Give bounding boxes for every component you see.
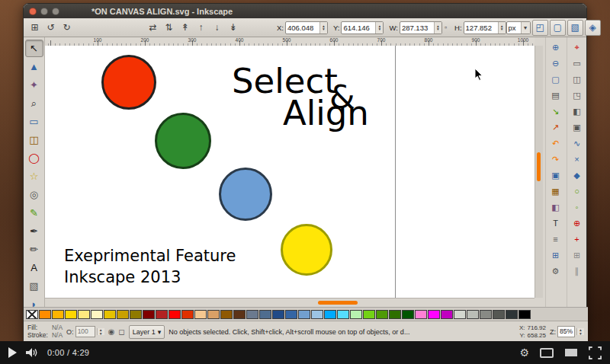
horizontal-scrollbar-thumb[interactable] [318,301,358,305]
h-field-down-icon[interactable]: ▾ [499,27,506,31]
color-swatch[interactable] [207,310,220,319]
h-field-spinner[interactable]: ▴▾ [498,22,506,34]
lock-ratio-icon[interactable]: ▫ [445,24,447,31]
x-field-down-icon[interactable]: ▾ [320,27,327,31]
star-tool[interactable]: ☆ [25,168,43,185]
print-icon[interactable]: ▤ [548,88,563,103]
spiral-tool[interactable]: ◎ [25,186,43,203]
snap-toggle-icon[interactable]: ⌖ [570,40,585,55]
zoom-spinner[interactable]: ▴▾ [576,328,584,335]
opacity-spinner[interactable]: ▴▾ [97,328,104,335]
canvas-caption-line2[interactable]: Inkscape 2013 [64,268,181,286]
color-swatch[interactable] [246,310,258,319]
snap-rotation-center-icon[interactable]: + [570,232,585,247]
yellow-circle[interactable] [281,224,332,276]
rotate-cw-icon[interactable]: ↻ [59,20,75,36]
color-swatch[interactable] [194,310,207,319]
titlebar[interactable]: *ON CANVAS ALIGN.svg - Inkscape [24,4,586,18]
h-field[interactable]: 127.852▴▾ [464,21,506,34]
color-swatch[interactable] [52,310,64,319]
zoom-page-icon[interactable]: ▢ [548,72,563,87]
snap-intersection-icon[interactable]: × [570,152,585,167]
color-swatch[interactable] [350,310,362,319]
raise-icon[interactable]: ↑ [193,20,209,36]
gradient-tool[interactable]: ▧ [25,277,43,295]
theater-mode-icon[interactable] [564,348,578,357]
color-swatch[interactable] [454,310,466,319]
color-swatch[interactable] [285,310,297,319]
color-swatch[interactable] [233,310,246,319]
color-swatch[interactable] [272,310,284,319]
flip-vertical-icon[interactable]: ⇅ [161,20,177,36]
color-swatch[interactable] [259,310,271,319]
no-color-swatch[interactable] [26,310,38,319]
lower-icon[interactable]: ↓ [209,20,225,36]
color-swatch[interactable] [39,310,51,319]
snap-guide-icon[interactable]: ∥ [570,264,585,279]
color-swatch[interactable] [493,310,505,319]
color-swatch[interactable] [441,310,453,319]
zoom-input[interactable]: 85% [557,326,575,337]
color-swatch[interactable] [130,310,142,319]
x-field-value[interactable]: 406.048 [286,22,319,34]
export-icon[interactable]: ↗ [548,120,563,135]
y-field-down-icon[interactable]: ▾ [376,27,383,31]
youtube-screen-icon[interactable] [540,348,554,358]
pencil-tool[interactable]: ✎ [25,204,43,222]
layer-visibility-icon[interactable]: ◉ [108,327,115,336]
w-field-spinner[interactable]: ▴▾ [434,22,441,34]
color-swatch[interactable] [389,310,401,319]
x-field[interactable]: 406.048▴▾ [285,21,328,34]
fill-stroke-dialog-icon[interactable]: ◧ [548,200,563,215]
red-circle[interactable] [101,55,156,110]
fullscreen-icon[interactable] [589,346,602,359]
snap-grid-icon[interactable]: ⊞ [570,248,585,263]
snap-nodes-icon[interactable]: ∿ [570,136,585,151]
y-field-value[interactable]: 614.146 [342,22,375,34]
color-swatch[interactable] [363,310,375,319]
color-swatch[interactable] [506,310,518,319]
color-swatch[interactable] [324,310,336,319]
horizontal-scrollbar[interactable] [45,298,535,307]
canvas-caption-line1[interactable]: Exeprimental Feature [64,247,236,265]
snap-cusp-node-icon[interactable]: ◆ [570,168,585,183]
layer-selector[interactable]: Layer 1 ▾ [129,325,165,339]
affect-gradient-icon[interactable]: ◈ [585,20,601,36]
import-icon[interactable]: ↘ [548,104,563,119]
snap-midpoint-icon[interactable]: ◦ [570,200,585,215]
snap-smooth-node-icon[interactable]: ○ [570,184,585,199]
color-swatch[interactable] [117,310,129,319]
color-swatch[interactable] [480,310,492,319]
calligraphy-tool[interactable]: ✏ [25,241,43,258]
color-swatch[interactable] [181,310,194,319]
affect-scale-icon[interactable]: ▢ [550,20,566,36]
color-swatch[interactable] [415,310,427,319]
close-button[interactable] [29,8,37,15]
zoom-tool[interactable]: ⌕ [25,94,43,112]
color-swatch[interactable] [376,310,388,319]
color-swatch[interactable] [156,310,168,319]
pen-tool[interactable]: ✒ [25,222,43,240]
color-swatch[interactable] [78,310,90,319]
snap-object-center-icon[interactable]: ⊕ [570,216,585,231]
layers-dialog-icon[interactable]: ≡ [548,232,563,247]
snap-bbox-corner-icon[interactable]: ◳ [570,88,585,103]
snap-bbox-midpoint-icon[interactable]: ◧ [570,104,585,119]
lower-to-bottom-icon[interactable]: ↡ [225,20,241,36]
color-swatch[interactable] [428,310,440,319]
zoom-in-icon[interactable]: ⊕ [548,40,563,55]
color-swatch[interactable] [65,310,77,319]
snap-bbox-icon[interactable]: ▭ [570,56,585,71]
canvas[interactable]: Select & Align Exeprimental Feature Inks… [45,46,535,298]
color-swatch[interactable] [298,310,310,319]
color-swatch[interactable] [311,310,323,319]
snap-bbox-center-icon[interactable]: ▣ [570,120,585,135]
canvas-text-align[interactable]: Align [283,93,369,133]
x-field-spinner[interactable]: ▴▾ [319,22,327,34]
ellipse-tool[interactable]: ◯ [25,149,43,167]
undo-icon[interactable]: ↶ [548,136,563,151]
align-dialog-icon[interactable]: ⊞ [548,248,563,263]
color-swatch[interactable] [91,310,103,319]
units-caret-icon[interactable]: ▾ [521,22,530,34]
y-field-spinner[interactable]: ▴▾ [375,22,383,34]
